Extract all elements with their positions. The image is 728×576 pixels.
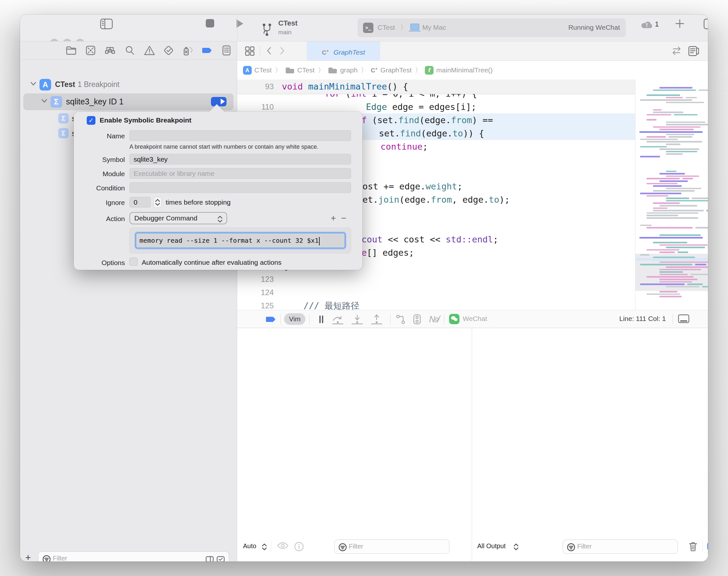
symbol-navigator-icon[interactable] bbox=[105, 45, 115, 56]
breakpoint-filter-field[interactable]: Filter bbox=[38, 551, 229, 561]
add-breakpoint-button[interactable]: + bbox=[25, 552, 31, 561]
console-filter-field[interactable]: Filter bbox=[563, 540, 678, 554]
issue-count[interactable]: 1 bbox=[655, 20, 659, 28]
step-out-icon[interactable] bbox=[370, 314, 381, 325]
breadcrumb-item[interactable]: ACTest bbox=[243, 66, 272, 75]
ignore-suffix: times before stopping bbox=[166, 199, 231, 206]
variables-filter-field[interactable]: Filter bbox=[334, 540, 450, 554]
quicklook-eye-icon[interactable] bbox=[277, 541, 289, 550]
breakpoints-toggle-icon[interactable] bbox=[265, 314, 276, 325]
condition-field[interactable] bbox=[129, 182, 351, 193]
test-navigator-icon[interactable] bbox=[163, 45, 174, 56]
breakpoint-group-row[interactable]: A CTest 1 Breakpoint bbox=[20, 78, 237, 92]
filter-placeholder: Filter bbox=[349, 543, 363, 550]
scheme-device-label[interactable]: My Mac bbox=[422, 24, 446, 31]
debug-view-hierarchy-icon[interactable] bbox=[395, 314, 406, 325]
stop-button[interactable] bbox=[206, 19, 214, 27]
run-button[interactable] bbox=[234, 18, 245, 29]
code-line[interactable]: 124 bbox=[237, 286, 635, 299]
toggle-right-sidebar-icon[interactable] bbox=[703, 18, 708, 30]
breadcrumb-label[interactable]: CTest bbox=[254, 66, 272, 74]
add-button[interactable] bbox=[674, 18, 685, 29]
warning-badge-icon[interactable]: ! bbox=[641, 20, 654, 30]
breadcrumb-label[interactable]: GraphTest bbox=[380, 66, 411, 74]
breadcrumb-item[interactable]: graph bbox=[328, 66, 357, 74]
debugger-command-field[interactable]: memory read --size 1 --format x --count … bbox=[135, 232, 346, 249]
tab-title: GraphTest bbox=[333, 49, 365, 56]
toggle-left-sidebar-icon[interactable] bbox=[100, 18, 113, 30]
auto-continue-text: Automatically continue after evaluating … bbox=[142, 259, 281, 266]
debug-navigator-icon[interactable] bbox=[182, 45, 193, 56]
ignore-count-field[interactable]: 0 bbox=[129, 197, 151, 207]
disclosure-chevron-icon[interactable] bbox=[29, 80, 37, 88]
dropdown-chevrons-icon bbox=[217, 215, 223, 223]
memory-graph-icon[interactable] bbox=[411, 314, 423, 325]
dropdown-chevrons-icon bbox=[513, 543, 519, 551]
disclosure-chevron-icon[interactable] bbox=[40, 97, 49, 105]
app-project-icon: A bbox=[39, 79, 51, 90]
action-type-dropdown[interactable]: Debugger Command bbox=[129, 212, 227, 224]
breadcrumb-label[interactable]: mainMinimalTree() bbox=[436, 66, 492, 74]
go-back-icon[interactable] bbox=[265, 46, 273, 56]
breadcrumb-separator: 〉 bbox=[318, 66, 325, 75]
scheme-selector[interactable]: >_ CTest 〉 My Mac Running WeChat bbox=[357, 19, 626, 37]
add-action-button[interactable]: + bbox=[331, 213, 336, 223]
debug-area: Auto Filter All Output Filter bbox=[237, 328, 708, 561]
project-navigator-icon[interactable] bbox=[66, 45, 77, 56]
console-scope-dropdown[interactable]: All Output bbox=[477, 542, 506, 550]
activity-status: Running WeChat bbox=[568, 24, 620, 31]
breadcrumb-label[interactable]: CTest bbox=[297, 66, 315, 74]
variables-scope-dropdown[interactable]: Auto bbox=[243, 542, 256, 550]
issue-navigator-icon[interactable] bbox=[144, 45, 155, 56]
breakpoint-navigator-icon[interactable] bbox=[201, 45, 213, 56]
symbolic-breakpoint-icon: Σ bbox=[51, 96, 62, 108]
breadcrumb-label[interactable]: graph bbox=[340, 66, 357, 74]
report-navigator-icon[interactable] bbox=[221, 45, 232, 56]
related-items-icon[interactable] bbox=[244, 46, 255, 57]
breakpoint-row-selected[interactable]: Σ sqlite3_key ID 1 bbox=[23, 93, 234, 110]
editor-options-icon[interactable] bbox=[687, 46, 699, 57]
breadcrumb-item[interactable]: fmainMinimalTree() bbox=[425, 66, 492, 75]
info-icon[interactable] bbox=[294, 541, 304, 552]
tab-graphtest[interactable]: C+ GraphTest bbox=[307, 41, 380, 60]
source-control-icon[interactable] bbox=[85, 45, 96, 56]
code-line[interactable]: 123 bbox=[237, 272, 635, 286]
symbol-field[interactable]: sqlite3_key bbox=[129, 154, 351, 165]
process-name[interactable]: WeChat bbox=[463, 315, 487, 323]
clear-console-icon[interactable] bbox=[688, 541, 698, 552]
find-navigator-icon[interactable] bbox=[124, 45, 135, 56]
scheme-branch-icon bbox=[262, 22, 272, 37]
variables-pane-bar: Auto Filter bbox=[237, 537, 472, 557]
name-field[interactable] bbox=[129, 130, 351, 141]
folder-icon bbox=[285, 66, 295, 74]
scheme-target-label[interactable]: CTest bbox=[378, 24, 395, 31]
toggle-variables-view-icon[interactable] bbox=[707, 542, 708, 551]
vim-mode-button[interactable]: Vim bbox=[284, 313, 305, 325]
cpp-file-icon: C+ bbox=[371, 66, 378, 74]
step-into-icon[interactable] bbox=[351, 314, 362, 325]
folder-icon bbox=[328, 66, 338, 74]
step-over-icon[interactable] bbox=[331, 314, 342, 325]
module-field[interactable]: Executable or library name bbox=[129, 168, 351, 179]
pause-execution-icon[interactable] bbox=[316, 314, 327, 325]
breadcrumb-item[interactable]: CTest bbox=[285, 66, 315, 74]
auto-continue-checkbox[interactable] bbox=[129, 258, 137, 266]
popover-title: Enable Symbolic Breakpoint bbox=[100, 116, 192, 124]
xcode-window: CTest main >_ CTest 〉 My Mac Running WeC… bbox=[20, 15, 708, 561]
function-icon: f bbox=[425, 66, 434, 75]
backtrace-icon[interactable]: №̸ bbox=[428, 314, 439, 325]
editor-minimap[interactable] bbox=[635, 80, 708, 310]
go-forward-icon[interactable] bbox=[278, 46, 286, 56]
code-line[interactable]: 125/// 最短路径 bbox=[237, 299, 635, 310]
debug-bar: Vim №̸ WeChat Line: 111 Col: 1 bbox=[237, 310, 708, 328]
symbolic-breakpoint-icon: Σ bbox=[58, 113, 69, 123]
ignore-stepper[interactable] bbox=[153, 197, 162, 208]
device-display-icon[interactable] bbox=[677, 314, 689, 325]
enable-breakpoint-checkbox[interactable]: ✓ bbox=[87, 116, 96, 125]
breadcrumb-item[interactable]: C+GraphTest bbox=[371, 66, 411, 74]
checked-filter-icon[interactable] bbox=[216, 556, 225, 561]
remove-action-button[interactable]: − bbox=[341, 213, 346, 223]
toolbar: CTest main >_ CTest 〉 My Mac Running WeC… bbox=[20, 15, 708, 41]
badge-filter-icon[interactable] bbox=[206, 556, 214, 561]
swap-editor-icon[interactable] bbox=[671, 46, 682, 56]
